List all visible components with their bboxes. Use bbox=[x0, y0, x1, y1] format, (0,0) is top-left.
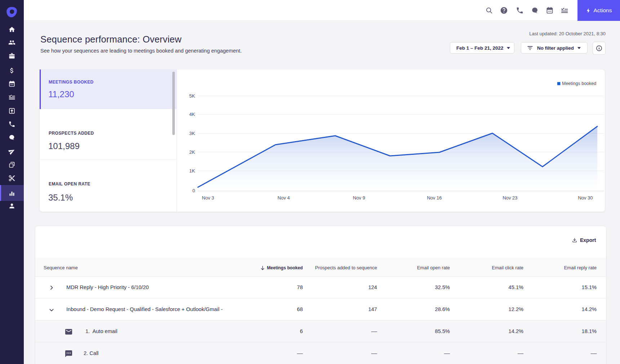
svg-text:Nov 3: Nov 3 bbox=[202, 195, 214, 201]
svg-text:2K: 2K bbox=[189, 149, 195, 155]
svg-text:Meetings booked: Meetings booked bbox=[562, 81, 596, 86]
svg-text:Nov 16: Nov 16 bbox=[427, 195, 442, 201]
svg-text:0: 0 bbox=[192, 188, 195, 193]
svg-text:3K: 3K bbox=[189, 131, 195, 136]
svg-text:Nov 23: Nov 23 bbox=[502, 195, 517, 201]
svg-text:Nov 4: Nov 4 bbox=[278, 195, 290, 201]
svg-text:1K: 1K bbox=[189, 168, 195, 174]
svg-text:Nov 9: Nov 9 bbox=[353, 195, 365, 201]
svg-text:4K: 4K bbox=[189, 112, 195, 117]
svg-text:Nov 30: Nov 30 bbox=[578, 195, 593, 201]
svg-text:5K: 5K bbox=[189, 93, 195, 99]
